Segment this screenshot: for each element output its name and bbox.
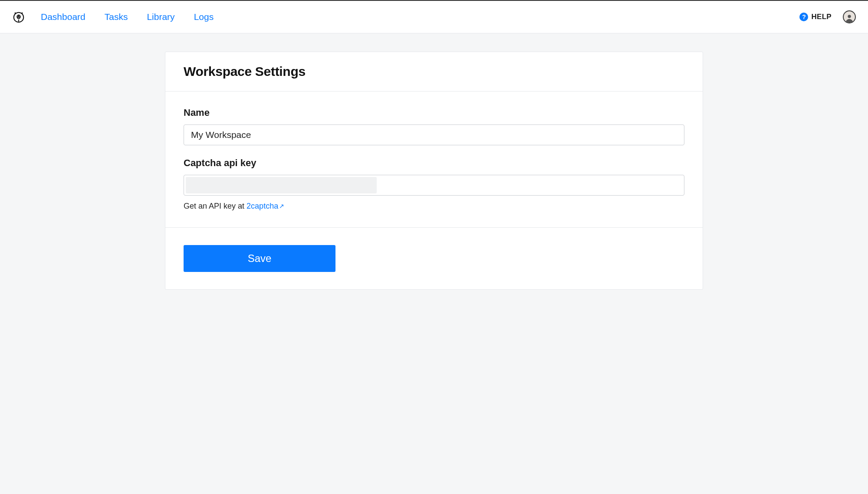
avatar-icon — [845, 13, 854, 23]
captcha-link[interactable]: 2captcha — [247, 202, 278, 210]
external-link-icon: ↗ — [279, 203, 284, 209]
form-group-name: Name — [184, 107, 684, 145]
workspace-name-input[interactable] — [184, 124, 684, 145]
card-header: Workspace Settings — [165, 52, 703, 92]
captcha-helper: Get an API key at 2captcha↗ — [184, 202, 684, 211]
app-logo[interactable] — [12, 10, 25, 23]
captcha-label: Captcha api key — [184, 157, 684, 169]
nav-right: ? HELP — [799, 10, 856, 23]
captcha-api-key-input[interactable] — [184, 175, 684, 196]
form-group-captcha: Captcha api key Get an API key at 2captc… — [184, 157, 684, 211]
nav-logs[interactable]: Logs — [194, 12, 214, 22]
help-button[interactable]: ? HELP — [799, 13, 832, 21]
svg-point-3 — [16, 14, 20, 19]
save-button[interactable]: Save — [184, 245, 335, 272]
main-content: Workspace Settings Name Captcha api key … — [156, 52, 712, 290]
settings-card: Workspace Settings Name Captcha api key … — [165, 52, 703, 290]
svg-point-4 — [17, 16, 18, 16]
logo-icon — [12, 10, 25, 23]
card-footer: Save — [165, 227, 703, 289]
top-nav: Dashboard Tasks Library Logs ? HELP — [0, 1, 868, 33]
svg-point-5 — [19, 16, 20, 16]
card-body: Name Captcha api key Get an API key at 2… — [165, 92, 703, 227]
help-icon: ? — [799, 13, 808, 21]
svg-point-1 — [15, 13, 16, 14]
name-label: Name — [184, 107, 684, 118]
page-title: Workspace Settings — [184, 64, 684, 79]
nav-tasks[interactable]: Tasks — [105, 12, 128, 22]
svg-point-2 — [21, 13, 23, 14]
help-label: HELP — [811, 13, 832, 21]
svg-point-6 — [848, 15, 851, 18]
nav-links: Dashboard Tasks Library Logs — [41, 12, 214, 22]
captcha-key-mask — [186, 177, 377, 193]
avatar[interactable] — [843, 10, 856, 23]
nav-library[interactable]: Library — [147, 12, 174, 22]
helper-prefix: Get an API key at — [184, 202, 247, 210]
nav-dashboard[interactable]: Dashboard — [41, 12, 85, 22]
